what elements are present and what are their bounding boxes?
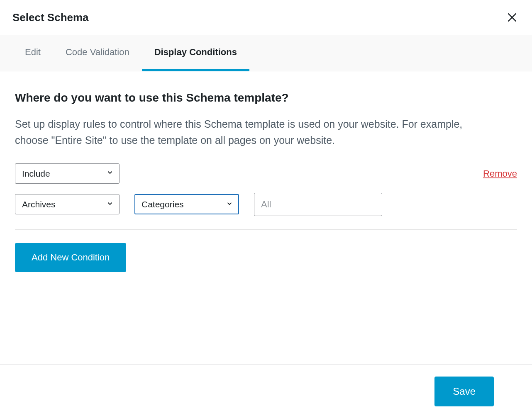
- controls-row-1: Include: [15, 163, 382, 184]
- include-select-wrapper: Include: [15, 163, 120, 184]
- include-select[interactable]: Include: [15, 163, 120, 184]
- content-area: Where do you want to use this Schema tem…: [0, 71, 532, 272]
- condition-row: Include Archives: [15, 163, 517, 230]
- section-description: Set up display rules to control where th…: [15, 116, 471, 148]
- controls-row-2: Archives Categories: [15, 193, 382, 216]
- close-button[interactable]: [505, 10, 520, 25]
- tab-display-conditions[interactable]: Display Conditions: [142, 35, 249, 71]
- tab-bar: Edit Code Validation Display Conditions: [0, 35, 532, 71]
- condition-controls: Include Archives: [15, 163, 382, 216]
- archives-select[interactable]: Archives: [15, 194, 120, 214]
- archives-select-wrapper: Archives: [15, 194, 120, 214]
- save-button[interactable]: Save: [434, 377, 494, 406]
- modal-header: Select Schema: [0, 0, 532, 35]
- section-heading: Where do you want to use this Schema tem…: [15, 91, 517, 104]
- categories-select-wrapper: Categories: [134, 194, 239, 214]
- close-icon: [506, 12, 518, 23]
- modal-footer: Save: [0, 365, 532, 418]
- remove-button[interactable]: Remove: [483, 163, 517, 179]
- add-condition-button[interactable]: Add New Condition: [15, 243, 126, 272]
- all-input[interactable]: [254, 193, 382, 216]
- modal-title: Select Schema: [12, 11, 89, 24]
- tab-code-validation[interactable]: Code Validation: [53, 35, 142, 71]
- tab-edit[interactable]: Edit: [12, 35, 53, 71]
- categories-select[interactable]: Categories: [134, 194, 239, 214]
